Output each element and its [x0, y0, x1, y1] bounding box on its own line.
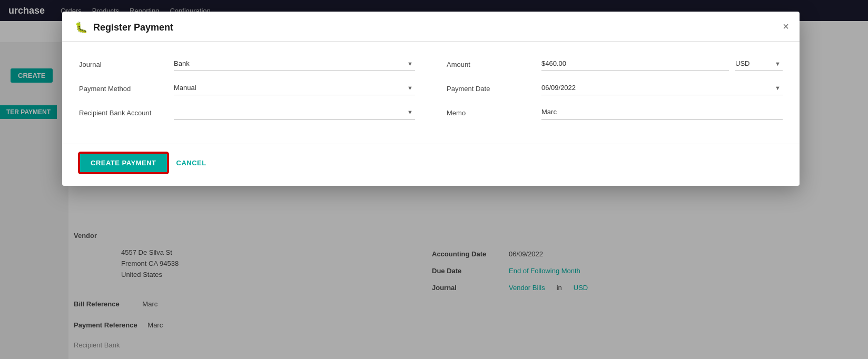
- memo-input[interactable]: [541, 105, 783, 119]
- payment-method-select[interactable]: Manual: [174, 81, 415, 95]
- journal-field[interactable]: Bank ▼: [174, 56, 415, 71]
- memo-row: Memo: [447, 105, 783, 119]
- modal-body: Journal Bank ▼ Payment Method Manual: [62, 42, 800, 144]
- recipient-bank-account-label: Recipient Bank Account: [79, 105, 174, 117]
- payment-date-input[interactable]: [541, 81, 783, 95]
- form-right: Amount USD ▼: [447, 56, 783, 129]
- amount-input[interactable]: [541, 56, 729, 71]
- cancel-button[interactable]: CANCEL: [176, 159, 206, 167]
- payment-method-label: Payment Method: [79, 81, 174, 93]
- form-grid: Journal Bank ▼ Payment Method Manual: [79, 56, 783, 129]
- amount-label: Amount: [447, 56, 541, 68]
- register-payment-modal: 🐛 Register Payment × Journal Bank ▼: [62, 12, 800, 186]
- form-left: Journal Bank ▼ Payment Method Manual: [79, 56, 415, 129]
- payment-method-field[interactable]: Manual ▼: [174, 81, 415, 95]
- create-payment-button[interactable]: CREATE PAYMENT: [79, 153, 168, 173]
- recipient-bank-field[interactable]: ▼: [174, 105, 415, 119]
- memo-label: Memo: [447, 105, 541, 117]
- amount-row: Amount USD ▼: [447, 56, 783, 71]
- currency-field[interactable]: USD ▼: [735, 56, 783, 71]
- journal-label: Journal: [79, 56, 174, 68]
- modal-header: 🐛 Register Payment ×: [62, 12, 800, 42]
- payment-date-label: Payment Date: [447, 81, 541, 93]
- journal-select[interactable]: Bank: [174, 56, 415, 71]
- journal-row: Journal Bank ▼: [79, 56, 415, 71]
- payment-method-row: Payment Method Manual ▼: [79, 81, 415, 95]
- currency-select[interactable]: USD: [735, 56, 783, 71]
- recipient-bank-row: Recipient Bank Account ▼: [79, 105, 415, 119]
- modal-title: Register Payment: [93, 22, 173, 33]
- memo-field[interactable]: [541, 105, 783, 119]
- close-button[interactable]: ×: [783, 21, 789, 32]
- recipient-bank-select[interactable]: [174, 105, 415, 119]
- modal-footer: CREATE PAYMENT CANCEL: [62, 144, 800, 186]
- payment-date-row: Payment Date ▼: [447, 81, 783, 95]
- payment-date-field[interactable]: ▼: [541, 81, 783, 95]
- amount-field[interactable]: [541, 56, 729, 71]
- bug-icon: 🐛: [75, 21, 88, 34]
